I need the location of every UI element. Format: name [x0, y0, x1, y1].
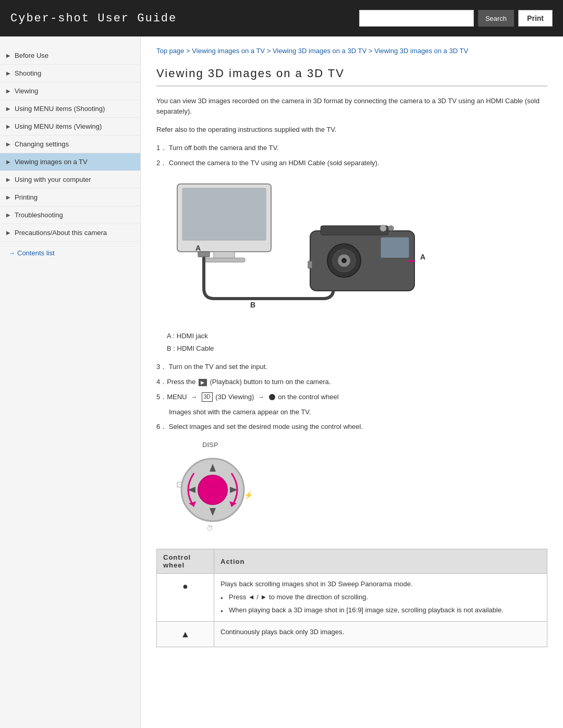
sidebar-item-menu-shooting[interactable]: ▶ Using MENU items (Shooting)	[0, 100, 140, 118]
3d-icon: 3D	[202, 392, 213, 402]
table-header-control: Control wheel	[157, 549, 214, 574]
step-5-text: (3D Viewing)	[215, 393, 256, 401]
chevron-right-icon: ▶	[6, 124, 11, 129]
action-cell-circle: Plays back scrolling images shot in 3D S…	[214, 574, 547, 621]
svg-rect-1	[182, 188, 266, 240]
app-title: Cyber-shot User Guide	[10, 12, 177, 25]
svg-rect-4	[198, 252, 210, 257]
contents-list-link[interactable]: → Contents list	[0, 242, 140, 264]
step-5-end: on the control wheel	[278, 393, 338, 401]
action-bullet-2: When playing back a 3D image shot in [16…	[221, 605, 541, 616]
svg-point-24	[207, 485, 218, 495]
svg-text:A: A	[420, 253, 425, 261]
sidebar-item-before-use[interactable]: ▶ Before Use	[0, 47, 140, 65]
hdmi-diagram: A B	[167, 179, 547, 319]
intro-paragraph-1: You can view 3D images recorded on the c…	[156, 96, 547, 118]
print-button[interactable]: Print	[518, 10, 553, 27]
dot-icon	[269, 394, 275, 400]
step-6-num: 6．	[156, 423, 167, 430]
page-title: Viewing 3D images on a 3D TV	[156, 67, 547, 87]
sidebar: ▶ Before Use ▶ Shooting ▶ Viewing ▶ Usin…	[0, 36, 141, 728]
sidebar-item-label: Using MENU items (Viewing)	[15, 122, 102, 130]
step-2-num: 2．	[156, 159, 167, 167]
breadcrumb-3d-tv[interactable]: Viewing 3D images on a 3D TV	[273, 47, 366, 55]
step-2-text: Connect the camera to the TV using an HD…	[169, 159, 380, 167]
chevron-right-icon: ▶	[6, 88, 11, 94]
breadcrumb-viewing-tv[interactable]: Viewing images on a TV	[192, 47, 265, 55]
svg-rect-13	[321, 226, 388, 235]
arrow-icon-2: →	[258, 392, 264, 403]
steps-secondary: 3． Turn on the TV and set the input. 4．P…	[156, 362, 547, 433]
step-3: 3． Turn on the TV and set the input.	[156, 362, 547, 373]
sidebar-item-changing-settings[interactable]: ▶ Changing settings	[0, 135, 140, 153]
sidebar-item-printing[interactable]: ▶ Printing	[0, 189, 140, 206]
header-controls: Search Print	[359, 10, 553, 27]
sidebar-item-label: Precautions/About this camera	[15, 229, 107, 237]
control-symbol-triangle: ▲	[157, 621, 214, 647]
step-3-num: 3．	[156, 363, 167, 371]
sidebar-item-label: Viewing	[15, 87, 38, 95]
breadcrumb-current[interactable]: Viewing 3D images on a 3D TV	[374, 47, 468, 55]
sidebar-item-label: Changing settings	[15, 140, 69, 148]
sidebar-item-precautions[interactable]: ▶ Precautions/About this camera	[0, 224, 140, 242]
arrow-right-icon: →	[8, 249, 15, 257]
sidebar-item-computer[interactable]: ▶ Using with your computer	[0, 171, 140, 189]
steps-initial: 1． Turn off both the camera and the TV. …	[156, 143, 547, 169]
svg-point-12	[341, 258, 347, 263]
svg-rect-17	[308, 261, 312, 268]
step-4: 4．Press the (Playback) button to turn on…	[156, 377, 547, 388]
contents-link-label: Contents list	[17, 249, 55, 257]
svg-text:⏱: ⏱	[206, 524, 213, 532]
arrow-icon: →	[190, 392, 197, 403]
control-wheel-diagram: DISP ⊡ ⚡	[167, 438, 547, 538]
step-1-text: Turn off both the camera and the TV.	[169, 144, 279, 152]
svg-text:⚡: ⚡	[244, 491, 253, 500]
search-button[interactable]: Search	[478, 10, 514, 27]
chevron-right-icon: ▶	[6, 194, 11, 200]
search-input[interactable]	[359, 10, 474, 27]
diagram-svg: A B	[167, 179, 443, 319]
chevron-right-icon: ▶	[6, 106, 11, 112]
svg-point-15	[380, 225, 386, 231]
sidebar-item-viewing[interactable]: ▶ Viewing	[0, 82, 140, 100]
svg-rect-14	[381, 237, 409, 258]
sidebar-item-label: Printing	[15, 193, 38, 201]
svg-text:B: B	[250, 301, 255, 309]
table-row-circle: ● Plays back scrolling images shot in 3D…	[157, 574, 547, 621]
sidebar-item-menu-viewing[interactable]: ▶ Using MENU items (Viewing)	[0, 118, 140, 135]
main-layout: ▶ Before Use ▶ Shooting ▶ Viewing ▶ Usin…	[0, 36, 563, 728]
step-5-note: Images shot with the camera appear on th…	[169, 407, 547, 418]
chevron-right-icon: ▶	[6, 177, 11, 182]
svg-point-16	[388, 226, 394, 231]
chevron-right-icon: ▶	[6, 53, 11, 58]
step-3-text: Turn on the TV and set the input.	[169, 363, 267, 371]
breadcrumb: Top page > Viewing images on a TV > View…	[156, 46, 547, 56]
wheel-svg: DISP ⊡ ⚡	[167, 438, 261, 537]
sidebar-item-label: Shooting	[15, 69, 41, 77]
playback-icon	[199, 379, 207, 386]
table-header-action: Action	[214, 549, 547, 574]
step-5: 5．MENU → 3D (3D Viewing) → on the contro…	[156, 392, 547, 403]
sidebar-item-label: Using with your computer	[15, 176, 91, 183]
sidebar-item-viewing-tv[interactable]: ▶ Viewing images on a TV	[0, 153, 140, 171]
intro-paragraph-2: Refer also to the operating instructions…	[156, 125, 547, 135]
svg-text:A: A	[195, 244, 201, 252]
sidebar-item-label: Using MENU items (Shooting)	[15, 105, 105, 113]
content-area: Top page > Viewing images on a TV > View…	[141, 36, 563, 728]
control-table: Control wheel Action ● Plays back scroll…	[156, 549, 547, 647]
sidebar-item-shooting[interactable]: ▶ Shooting	[0, 65, 140, 82]
captions: A : HDMI jack B : HDMI Cable	[167, 330, 547, 354]
table-row-triangle: ▲ Continuously plays back only 3D images…	[157, 621, 547, 647]
control-symbol-circle: ●	[157, 574, 214, 621]
breadcrumb-top[interactable]: Top page	[156, 47, 185, 55]
svg-text:⊡: ⊡	[176, 480, 183, 489]
step-4-num: 4．Press the	[156, 378, 198, 386]
step-2: 2． Connect the camera to the TV using an…	[156, 158, 547, 169]
step-6-text: Select images and set the desired mode u…	[169, 423, 363, 430]
header: Cyber-shot User Guide Search Print	[0, 0, 563, 36]
sidebar-item-troubleshooting[interactable]: ▶ Troubleshooting	[0, 206, 140, 224]
action-cell-triangle: Continuously plays back only 3D images.	[214, 621, 547, 647]
chevron-right-icon: ▶	[6, 159, 11, 165]
chevron-right-icon: ▶	[6, 70, 11, 76]
sidebar-item-label: Troubleshooting	[15, 211, 63, 219]
